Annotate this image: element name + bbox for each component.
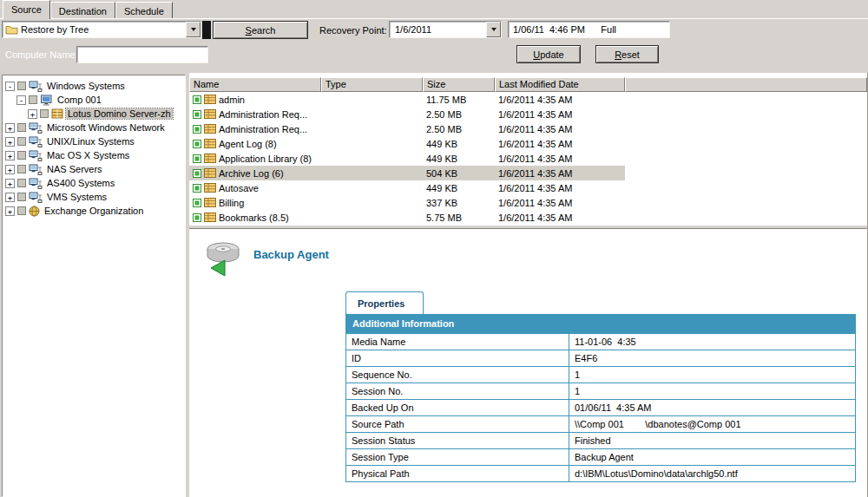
info-value: d:\IBM\Lotus\Domino\data\archlg50.ntf xyxy=(569,466,855,481)
file-modified-cell: 1/6/2011 4:35 AM xyxy=(495,139,625,149)
tree-expand-toggle[interactable]: + xyxy=(5,206,15,216)
file-row-admin[interactable]: admin11.75 MB1/6/2011 4:35 AM xyxy=(189,92,625,107)
update-button[interactable]: Update xyxy=(516,45,581,63)
tree-checkbox[interactable] xyxy=(17,206,26,215)
tree-checkbox[interactable] xyxy=(17,193,26,201)
restore-mode-combobox[interactable]: Restore by Tree xyxy=(2,21,201,38)
file-row-application-library-8[interactable]: Application Library (8)449 KB1/6/2011 4:… xyxy=(189,151,625,166)
tree-checkbox[interactable] xyxy=(17,165,26,173)
file-name-cell: Archive Log (6) xyxy=(189,168,321,179)
info-label: ID xyxy=(346,350,569,366)
tab-destination[interactable]: Destination xyxy=(50,2,115,18)
column-header-size[interactable]: Size xyxy=(423,77,495,92)
database-icon xyxy=(204,109,216,119)
network-icon xyxy=(29,164,43,175)
info-row-session-no: Session No.1 xyxy=(346,383,855,399)
file-size-cell: 449 KB xyxy=(423,183,495,193)
tree-item-nas-servers[interactable]: +NAS Servers xyxy=(3,162,185,176)
info-row-source-path: Source Path\\Comp 001 \dbanotes@Comp 001 xyxy=(346,415,855,432)
file-row-archive-log-6[interactable]: Archive Log (6)504 KB1/6/2011 4:35 AM xyxy=(189,166,625,180)
checked-box-icon xyxy=(193,199,201,207)
file-row-administration-req[interactable]: Administration Req...2.50 MB1/6/2011 4:3… xyxy=(189,107,625,121)
info-value: Backup Agent xyxy=(569,449,855,465)
tree-item-mac-os-x-systems[interactable]: +Mac OS X Systems xyxy=(3,148,185,162)
file-name-label: Administration Req... xyxy=(219,124,307,134)
file-name-label: Bookmarks (8.5) xyxy=(219,213,289,223)
chevron-down-icon[interactable] xyxy=(186,22,201,37)
tree-checkbox[interactable] xyxy=(17,82,26,90)
info-row-session-type: Session TypeBackup Agent xyxy=(346,448,855,465)
tree-checkbox[interactable] xyxy=(40,109,49,118)
network-icon xyxy=(29,150,43,161)
tree-checkbox[interactable] xyxy=(17,137,26,146)
info-value: E4F6 xyxy=(569,350,855,366)
tree-item-exchange-organization[interactable]: +Exchange Organization xyxy=(3,204,185,218)
info-row-id: IDE4F6 xyxy=(346,350,855,366)
database-icon xyxy=(204,183,216,193)
file-row-administration-req[interactable]: Administration Req...2.50 MB1/6/2011 4:3… xyxy=(189,121,625,136)
file-size-cell: 337 KB xyxy=(423,198,495,208)
tree-expand-toggle[interactable]: - xyxy=(5,82,15,91)
tab-schedule[interactable]: Schedule xyxy=(115,2,173,18)
file-name-label: Application Library (8) xyxy=(219,154,312,164)
info-label: Sequence No. xyxy=(346,367,569,383)
column-header-type[interactable]: Type xyxy=(321,77,423,92)
recovery-detail-field: 1/06/11 4:46 PM Full xyxy=(508,21,670,38)
tree-item-as400-systems[interactable]: +AS400 Systems xyxy=(3,176,185,190)
search-button[interactable]: Search xyxy=(213,21,308,39)
file-size-cell: 449 KB xyxy=(423,139,495,149)
checked-box-icon xyxy=(193,110,201,119)
tree-item-vms-systems[interactable]: +VMS Systems xyxy=(3,190,185,204)
tree-expand-toggle[interactable]: + xyxy=(5,151,15,160)
tree-item-label: AS400 Systems xyxy=(45,178,116,188)
tree-expand-toggle[interactable]: + xyxy=(5,165,15,174)
tree-item-label: NAS Servers xyxy=(45,164,104,174)
tree-item-label: Microsoft Windows Network xyxy=(45,122,167,133)
file-row-billing[interactable]: Billing337 KB1/6/2011 4:35 AM xyxy=(189,195,625,210)
tree-checkbox[interactable] xyxy=(17,123,26,132)
file-row-agent-log-8[interactable]: Agent Log (8)449 KB1/6/2011 4:35 AM xyxy=(189,136,625,151)
recovery-point-combobox[interactable]: 1/6/2011 xyxy=(389,21,502,38)
column-header-filler xyxy=(625,77,867,92)
content-panel: NameTypeSizeLast Modified Date admin11.7… xyxy=(189,73,868,497)
tree-checkbox[interactable] xyxy=(17,151,26,160)
file-name-cell: Application Library (8) xyxy=(189,154,321,164)
tab-properties[interactable]: Properties xyxy=(345,291,424,314)
file-size-cell: 2.50 MB xyxy=(423,109,495,120)
domino-icon xyxy=(51,108,63,119)
tree-expand-toggle[interactable]: + xyxy=(5,193,15,202)
info-label: Backed Up On xyxy=(346,400,569,415)
tree-item-lotus-domino-server-zh[interactable]: +Lotus Domino Server-zh xyxy=(3,107,185,121)
recovery-point-value: 1/6/2011 xyxy=(392,24,431,35)
tree-item-microsoft-windows-network[interactable]: +Microsoft Windows Network xyxy=(3,121,185,134)
tree-expand-toggle[interactable]: - xyxy=(16,95,26,105)
additional-info-rows: Media Name11-01-06 4:35IDE4F6Sequence No… xyxy=(346,333,855,481)
chevron-down-icon[interactable] xyxy=(486,22,501,37)
tree-expand-toggle[interactable]: + xyxy=(28,109,37,119)
file-row-autosave[interactable]: Autosave449 KB1/6/2011 4:35 AM xyxy=(189,180,625,195)
folder-icon xyxy=(5,24,18,35)
tree-checkbox[interactable] xyxy=(29,95,37,104)
network-icon xyxy=(29,192,43,203)
checked-box-icon xyxy=(193,169,201,178)
additional-info-table: Additional Information Media Name11-01-0… xyxy=(345,314,856,482)
computer-name-input[interactable] xyxy=(76,46,208,63)
column-header-last-modified-date[interactable]: Last Modified Date xyxy=(495,77,625,92)
tree-item-comp-001[interactable]: -Comp 001 xyxy=(3,93,185,107)
tree-expand-toggle[interactable]: + xyxy=(5,179,15,188)
tree-item-unix-linux-systems[interactable]: +UNIX/Linux Systems xyxy=(3,134,185,148)
column-header-name[interactable]: Name xyxy=(189,77,321,92)
file-row-bookmarks-8-5[interactable]: Bookmarks (8.5)5.75 MB1/6/2011 4:35 AM xyxy=(189,210,625,225)
info-label: Session Status xyxy=(346,433,569,448)
tree-item-windows-systems[interactable]: -Windows Systems xyxy=(3,79,185,93)
tree-expand-toggle[interactable]: + xyxy=(5,123,15,133)
tree-checkbox[interactable] xyxy=(17,179,26,187)
info-value: 01/06/11 4:35 AM xyxy=(569,400,855,415)
tree-expand-toggle[interactable]: + xyxy=(5,137,15,147)
network-icon xyxy=(29,136,43,147)
tree-item-label: VMS Systems xyxy=(45,192,108,202)
info-row-session-status: Session StatusFinished xyxy=(346,432,855,448)
checked-box-icon xyxy=(193,95,201,104)
tab-source[interactable]: Source xyxy=(3,0,50,19)
reset-button[interactable]: Reset xyxy=(595,45,659,63)
